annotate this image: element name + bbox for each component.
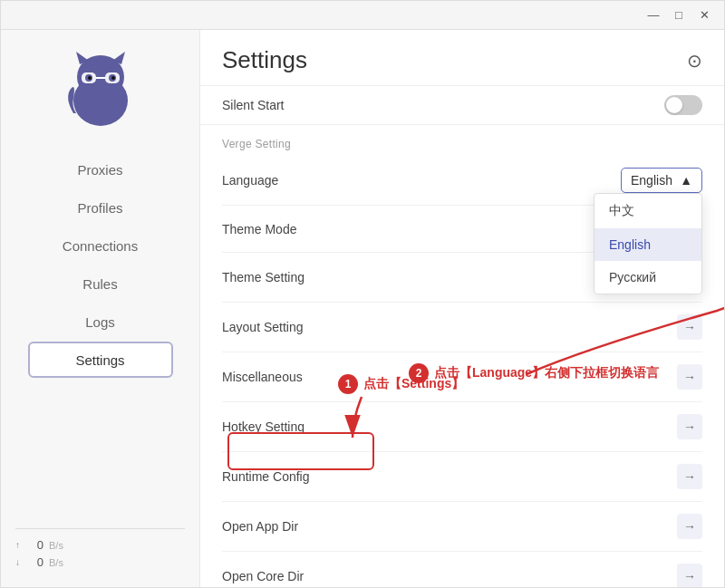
close-button[interactable]: ✕ (691, 3, 717, 28)
github-icon[interactable]: ⊙ (687, 50, 702, 72)
settings-list: Verge Setting Language English ▲ (200, 125, 724, 587)
sidebar-item-proxies[interactable]: Proxies (28, 151, 173, 188)
miscellaneous-item: Miscellaneous → (222, 352, 702, 402)
language-current-value: English (631, 173, 672, 188)
download-arrow-icon: ↓ (15, 557, 20, 567)
upload-stat: ↑ 0 B/s (15, 538, 185, 552)
svg-point-9 (88, 76, 92, 80)
minimize-button[interactable]: — (641, 3, 666, 28)
titlebar: — □ ✕ (1, 1, 724, 30)
open-core-dir-arrow[interactable]: → (677, 564, 702, 587)
hotkey-setting-arrow[interactable]: → (677, 414, 702, 439)
page-title: Settings (222, 46, 307, 74)
stats-divider (15, 528, 185, 529)
silent-start-row: Silent Start (200, 86, 724, 125)
app-logo (60, 48, 141, 130)
download-stat: ↓ 0 B/s (15, 555, 185, 569)
upload-arrow-icon: ↑ (15, 540, 20, 550)
chevron-up-icon: ▲ (680, 173, 692, 188)
miscellaneous-arrow[interactable]: → (677, 364, 702, 390)
upload-speed-value: 0 (25, 538, 44, 552)
silent-start-label: Silent Start (222, 98, 284, 112)
open-app-dir-item: Open App Dir → (222, 502, 702, 552)
sidebar-item-settings[interactable]: Settings (28, 342, 173, 378)
layout-setting-label: Layout Setting (222, 320, 304, 334)
layout-setting-item: Layout Setting → (222, 303, 702, 352)
download-speed-value: 0 (25, 555, 44, 569)
miscellaneous-label: Miscellaneous (222, 370, 303, 384)
language-option-russian[interactable]: Русский (594, 261, 701, 294)
language-dropdown: 中文 English Русский (594, 193, 702, 294)
language-option-english[interactable]: English (594, 228, 701, 261)
content-area: Settings ⊙ Silent Start Verge Setting La… (200, 30, 724, 587)
language-item: Language English ▲ 中文 English (222, 156, 702, 206)
svg-point-10 (111, 76, 115, 80)
language-control: English ▲ 中文 English Русский (621, 168, 702, 193)
hotkey-setting-label: Hotkey Setting (222, 419, 304, 434)
language-select-button[interactable]: English ▲ (621, 168, 702, 193)
upload-speed-unit: B/s (49, 540, 63, 551)
sidebar-item-connections[interactable]: Connections (28, 227, 173, 264)
verge-section-header: Verge Setting (222, 125, 702, 156)
sidebar-item-rules[interactable]: Rules (28, 265, 173, 302)
silent-start-toggle[interactable] (664, 95, 702, 115)
maximize-button[interactable]: □ (666, 3, 691, 28)
runtime-config-label: Runtime Config (222, 469, 310, 484)
open-app-dir-arrow[interactable]: → (677, 514, 702, 539)
language-option-chinese[interactable]: 中文 (594, 194, 701, 228)
content-header: Settings ⊙ (200, 30, 724, 86)
download-speed-unit: B/s (49, 557, 63, 568)
sidebar: Proxies Profiles Connections Rules Logs … (1, 30, 200, 587)
theme-setting-label: Theme Setting (222, 270, 304, 284)
language-select-wrapper: English ▲ 中文 English Русский (621, 168, 702, 193)
layout-setting-arrow[interactable]: → (677, 314, 702, 340)
sidebar-nav: Proxies Profiles Connections Rules Logs … (1, 151, 199, 378)
hotkey-setting-item: Hotkey Setting → (222, 402, 702, 452)
sidebar-item-logs[interactable]: Logs (28, 304, 173, 340)
runtime-config-arrow[interactable]: → (677, 464, 702, 489)
theme-mode-label: Theme Mode (222, 222, 296, 236)
runtime-config-item: Runtime Config → (222, 452, 702, 502)
open-core-dir-item: Open Core Dir → (222, 552, 702, 587)
language-label: Language (222, 173, 278, 188)
sidebar-stats: ↑ 0 B/s ↓ 0 B/s (1, 514, 199, 587)
open-core-dir-label: Open Core Dir (222, 569, 304, 583)
sidebar-item-profiles[interactable]: Profiles (28, 189, 173, 226)
open-app-dir-label: Open App Dir (222, 519, 298, 534)
